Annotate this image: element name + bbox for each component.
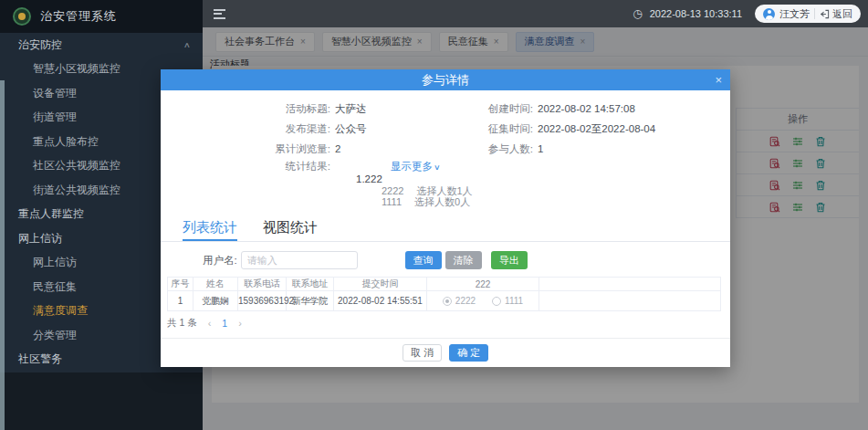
show-more-link[interactable]: 显示更多∨: [391, 160, 440, 173]
tab-view-statistics[interactable]: 视图统计: [263, 215, 318, 241]
sidebar-item-public-security[interactable]: 治安防控∧: [0, 33, 203, 58]
stat-option-row: 2222 选择人数1人: [161, 185, 730, 196]
clock-icon: ◷: [633, 8, 642, 19]
modal-header: 参与详情 ×: [161, 69, 730, 90]
prev-page-icon[interactable]: ‹: [208, 318, 212, 329]
pagination: 共 1 条 ‹ 1 ›: [167, 317, 730, 330]
export-button[interactable]: 导出: [491, 251, 528, 269]
page-number[interactable]: 1: [222, 318, 227, 329]
user-pill[interactable]: 汪文芳 返回: [755, 5, 861, 23]
participants-table: 序号 姓名 联系电话 联系地址 提交时间 222 1 党鹏娴 159369631…: [167, 277, 721, 311]
table-row: 1 党鹏娴 15936963192 新华学院 2022-08-02 14:55:…: [168, 291, 721, 311]
col-address: 联系地址: [287, 278, 334, 291]
detail-row: 活动标题: 大萨达 创建时间: 2022-08-02 14:57:08: [230, 99, 730, 119]
answer-radio-group: 2222 1111: [427, 296, 539, 306]
col-no: 序号: [168, 278, 193, 291]
stat-option-row: 1111 选择人数0人: [161, 196, 730, 207]
detail-row: 发布渠道: 公众号 征集时间: 2022-08-02至2022-08-04: [230, 119, 730, 139]
caret-down-icon: ∨: [434, 163, 441, 172]
col-submit-time: 提交时间: [334, 278, 427, 291]
radio-unselected-icon: [492, 297, 501, 306]
total-count: 共 1 条: [167, 317, 197, 330]
app-title: 治安管理系统: [40, 8, 117, 25]
col-phone: 联系电话: [238, 278, 287, 291]
radio-option[interactable]: 2222: [443, 296, 476, 306]
user-avatar-icon: [763, 8, 775, 20]
chevron-up-icon: ∧: [183, 41, 191, 49]
participation-detail-modal: 参与详情 × 活动标题: 大萨达 创建时间: 2022-08-02 14:57:…: [161, 69, 730, 367]
clear-button[interactable]: 清除: [445, 251, 482, 269]
exit-icon: [820, 9, 830, 19]
header-right: ◷ 2022-08-13 10:33:11 汪文芳 返回: [633, 5, 861, 23]
confirm-button[interactable]: 确 定: [449, 344, 488, 362]
cancel-button[interactable]: 取 消: [403, 344, 442, 362]
search-button[interactable]: 查询: [405, 251, 442, 269]
collapse-menu-icon[interactable]: [214, 9, 225, 19]
stat-question: 1.222: [161, 173, 730, 185]
tab-list-statistics[interactable]: 列表统计: [183, 215, 237, 241]
pill-divider: [814, 8, 815, 19]
modal-footer: 取 消 确 定: [161, 338, 730, 367]
header-datetime: 2022-08-13 10:33:11: [650, 8, 742, 19]
col-name: 姓名: [193, 278, 238, 291]
detail-row: 累计浏览量: 2 参与人数: 1: [230, 139, 730, 159]
table-header-row: 序号 姓名 联系电话 联系地址 提交时间 222: [168, 278, 721, 291]
radio-option[interactable]: 1111: [492, 296, 523, 306]
top-header-bar: ◷ 2022-08-13 10:33:11 汪文芳 返回: [203, 0, 868, 27]
modal-title: 参与详情: [161, 69, 730, 90]
detail-grid: 活动标题: 大萨达 创建时间: 2022-08-02 14:57:08 发布渠道…: [161, 90, 730, 173]
detail-row: 统计结果: 显示更多∨: [230, 159, 730, 173]
app-logo: 治安管理系统: [0, 0, 203, 33]
police-badge-icon: [13, 7, 31, 26]
filter-row: 用户名: 查询 清除 导出: [203, 250, 730, 270]
sidebar-scrollbar[interactable]: [0, 80, 5, 430]
col-question: 222: [427, 278, 539, 291]
filter-buttons: 查询 清除 导出: [405, 251, 528, 269]
radio-selected-icon: [443, 297, 452, 306]
logout-back-button[interactable]: 返回: [820, 7, 852, 21]
next-page-icon[interactable]: ›: [238, 318, 242, 329]
modal-tabs: 列表统计 视图统计: [161, 215, 730, 242]
username-input[interactable]: [241, 251, 358, 269]
username: 汪文芳: [779, 7, 810, 21]
col-empty: [539, 278, 721, 291]
username-label: 用户名:: [203, 254, 237, 267]
close-icon[interactable]: ×: [715, 69, 722, 90]
